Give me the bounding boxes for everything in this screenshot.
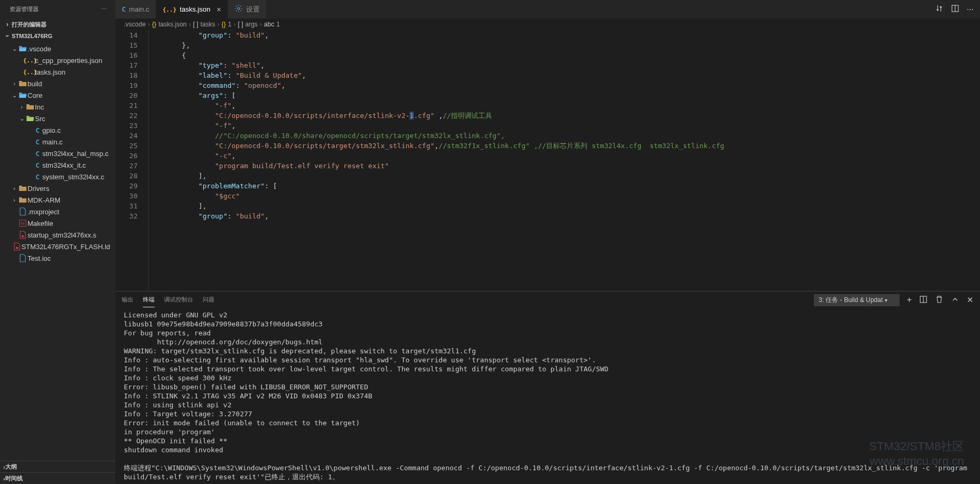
open-editors-header[interactable]: › 打开的编辑器 xyxy=(0,19,115,30)
explorer-title: 资源管理器 xyxy=(10,5,101,13)
tree-item[interactable]: ›build xyxy=(0,78,115,89)
split-editor-icon[interactable] xyxy=(951,4,959,14)
tree-item[interactable]: ⌄.vscode xyxy=(0,43,115,54)
timeline-header[interactable]: › 时间线 xyxy=(0,472,115,484)
breadcrumb-icon: abc xyxy=(264,21,274,28)
breadcrumb-segment[interactable]: tasks.json xyxy=(158,21,186,28)
breadcrumb-separator: › xyxy=(189,21,191,28)
tree-item[interactable]: ›Inc xyxy=(0,101,115,113)
breadcrumb-segment[interactable]: 1 xyxy=(228,21,232,28)
panel-tab[interactable]: 问题 xyxy=(203,293,214,307)
folder-icon xyxy=(18,79,28,88)
tree-item-label: tasks.json xyxy=(35,68,66,76)
tree-item[interactable]: Cstm32l4xx_hal_msp.c xyxy=(0,148,115,159)
tabs-bar: Cmain.c{..}tasks.json×设置 ⋯ xyxy=(115,0,980,19)
makefile-icon: M xyxy=(18,219,28,227)
tree-item-label: build xyxy=(28,80,42,88)
chevron-right-icon: › xyxy=(11,197,18,203)
chevron-right-icon: › xyxy=(11,80,18,87)
breadcrumb-icon: [ ] xyxy=(193,21,198,28)
gear-icon xyxy=(234,4,243,14)
tree-item[interactable]: Cmain.c xyxy=(0,136,115,148)
svg-text:a: a xyxy=(22,234,24,238)
editor-tab[interactable]: {..}tasks.json× xyxy=(156,0,228,19)
folder-icon xyxy=(25,103,35,111)
editor-tab[interactable]: 设置 xyxy=(228,0,267,19)
kill-terminal-icon[interactable] xyxy=(935,295,943,305)
c-icon: C xyxy=(33,173,42,181)
tab-label: tasks.json xyxy=(180,5,211,13)
tree-item[interactable]: Test.ioc xyxy=(0,252,115,264)
editor-tab[interactable]: Cmain.c xyxy=(115,0,156,19)
tree-item[interactable]: Cstm32l4xx_it.c xyxy=(0,159,115,171)
tree-item-label: Drivers xyxy=(28,185,49,193)
tree-item[interactable]: ›Drivers xyxy=(0,182,115,194)
tree-item[interactable]: ⌄Src xyxy=(0,113,115,124)
split-terminal-icon[interactable] xyxy=(919,295,928,305)
tree-item-label: startup_stm32l476xx.s xyxy=(28,231,96,239)
tree-item[interactable]: ⌄Core xyxy=(0,89,115,101)
asm-icon: a xyxy=(18,231,28,239)
panel-tab[interactable]: 终端 xyxy=(143,293,155,307)
svg-text:a: a xyxy=(16,246,19,249)
json-icon: {..} xyxy=(25,57,35,64)
minimap[interactable] xyxy=(922,30,980,291)
tree-item-label: gpio.c xyxy=(42,126,61,134)
explorer-more-icon[interactable]: ⋯ xyxy=(101,6,107,13)
terminal-selector[interactable]: 3: 任务 - Build & Updat ▾ xyxy=(814,294,900,306)
tree-item[interactable]: aSTM32L476RGTx_FLASH.ld xyxy=(0,241,115,252)
tree-item[interactable]: Csystem_stm32l4xx.c xyxy=(0,171,115,182)
chevron-right-icon: › xyxy=(18,104,25,110)
panel-tab[interactable]: 输出 xyxy=(122,293,133,307)
tree-item[interactable]: {..}tasks.json xyxy=(0,66,115,78)
folder-icon xyxy=(18,184,28,193)
c-icon: C xyxy=(122,5,126,13)
c-icon: C xyxy=(33,138,42,146)
json-icon: {..} xyxy=(162,5,177,13)
c-icon: C xyxy=(33,126,42,134)
terminal-panel: 输出终端调试控制台问题 3: 任务 - Build & Updat ▾ + ✕ … xyxy=(115,291,980,484)
compare-changes-icon[interactable] xyxy=(935,4,943,14)
tree-item[interactable]: Cgpio.c xyxy=(0,124,115,136)
tree-item[interactable]: astartup_stm32l476xx.s xyxy=(0,229,115,241)
code-content[interactable]: "group": "build", }, { "type": "shell", … xyxy=(148,30,980,291)
tree-item[interactable]: ›MDK-ARM xyxy=(0,194,115,206)
outline-header[interactable]: › 大纲 xyxy=(0,461,115,472)
breadcrumb-segment[interactable]: .vscode xyxy=(124,21,146,28)
breadcrumb-segment[interactable]: args xyxy=(245,21,257,28)
tab-label: 设置 xyxy=(246,5,260,14)
panel-tab[interactable]: 调试控制台 xyxy=(164,293,193,307)
close-tab-icon[interactable]: × xyxy=(216,5,221,14)
editor-area: Cmain.c{..}tasks.json×设置 ⋯ .vscode›{} ta… xyxy=(115,0,980,484)
project-header[interactable]: › STM32L476RG xyxy=(0,30,115,42)
tree-item[interactable]: {..}c_cpp_properties.json xyxy=(0,54,115,66)
file-icon xyxy=(18,207,28,216)
panel-tabs: 输出终端调试控制台问题 3: 任务 - Build & Updat ▾ + ✕ xyxy=(115,291,980,308)
breadcrumb-segment[interactable]: 1 xyxy=(276,21,280,28)
close-panel-icon[interactable]: ✕ xyxy=(967,295,974,305)
terminal-output[interactable]: Licensed under GNU GPL v2 libusb1 09e75e… xyxy=(115,308,980,484)
breadcrumb-separator: › xyxy=(233,21,235,28)
maximize-panel-icon[interactable] xyxy=(951,295,959,305)
new-terminal-icon[interactable]: + xyxy=(907,295,912,305)
code-editor[interactable]: 14151617181920212223242526272829303132 "… xyxy=(115,30,980,291)
chevron-down-icon: ⌄ xyxy=(11,92,18,99)
tree-item-label: .mxproject xyxy=(28,208,59,216)
tree-item-label: MDK-ARM xyxy=(28,196,60,204)
breadcrumb[interactable]: .vscode›{} tasks.json›[ ] tasks›{} 1›[ ]… xyxy=(115,19,980,30)
tree-item-label: system_stm32l4xx.c xyxy=(42,173,104,181)
tree-item[interactable]: MMakefile xyxy=(0,217,115,229)
breadcrumb-segment[interactable]: tasks xyxy=(201,21,215,28)
tabs-actions: ⋯ xyxy=(929,0,980,19)
tree-item-label: Makefile xyxy=(28,220,53,227)
json-icon: {..} xyxy=(25,69,35,76)
tree-item-label: stm32l4xx_hal_msp.c xyxy=(42,150,108,158)
breadcrumb-separator: › xyxy=(260,21,262,28)
folder-open-blue-icon xyxy=(18,91,28,99)
tree-item-label: Core xyxy=(28,92,42,99)
tree-item[interactable]: .mxproject xyxy=(0,206,115,217)
terminal-selector-label: 3: 任务 - Build & Updat xyxy=(819,296,883,304)
explorer-sidebar: 资源管理器 ⋯ › 打开的编辑器 › STM32L476RG ⌄.vscode{… xyxy=(0,0,115,484)
more-actions-icon[interactable]: ⋯ xyxy=(967,5,974,13)
breadcrumb-icon: {} xyxy=(222,21,226,28)
